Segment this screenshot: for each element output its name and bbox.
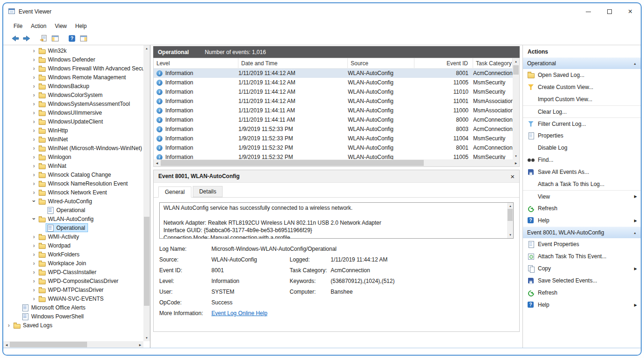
expander-icon[interactable] (30, 82, 38, 90)
scroll-left-icon[interactable]: ◀ (154, 159, 160, 166)
tree-item[interactable]: WPD-ClassInstaller (3, 268, 143, 276)
menu-help[interactable]: Help (71, 21, 91, 31)
expander-icon[interactable] (30, 294, 38, 303)
column-header-source[interactable]: Source (348, 58, 414, 68)
tree-item[interactable]: Workplace Join (3, 259, 143, 268)
event-log-online-help-link[interactable]: Event Log Online Help (211, 310, 290, 317)
back-button[interactable] (9, 33, 21, 44)
event-row[interactable]: Information 1/9/2019 11:52:33 PM WLAN-Au… (154, 134, 513, 143)
expander-icon[interactable] (30, 285, 38, 294)
expander-icon[interactable] (30, 161, 38, 170)
scroll-down-icon[interactable]: ▼ (507, 232, 514, 238)
scrollbar-thumb[interactable] (161, 160, 424, 166)
tree-item[interactable]: WinHttp (3, 126, 143, 135)
tree-item[interactable]: WindowsUpdateClient (3, 117, 143, 126)
expander-icon[interactable] (30, 250, 38, 259)
expander-icon[interactable] (30, 214, 38, 223)
expander-icon[interactable] (14, 303, 21, 312)
expander-icon[interactable] (30, 268, 38, 276)
tree-item[interactable]: Microsoft Office Alerts (3, 303, 143, 312)
tree-item[interactable]: WinINet (Microsoft-Windows-WinINet) (3, 144, 143, 152)
action-item[interactable]: Copy ▶ (523, 262, 641, 275)
expander-icon[interactable] (30, 90, 38, 99)
tree-item[interactable]: WPD-CompositeClassDriver (3, 276, 143, 285)
tree-item[interactable]: Wordpad (3, 241, 143, 250)
expander-icon[interactable] (30, 99, 38, 108)
collapse-icon[interactable]: ▲ (633, 231, 637, 234)
expander-icon[interactable] (5, 321, 13, 330)
menu-file[interactable]: File (9, 21, 27, 31)
action-item[interactable]: Refresh ▶ (523, 287, 641, 299)
expander-icon[interactable] (30, 259, 38, 268)
tree-item[interactable]: Windows Firewall With Advanced Security (3, 64, 143, 73)
expander-icon[interactable] (30, 232, 38, 241)
event-description-box[interactable]: WLAN AutoConfig service has successfully… (159, 202, 514, 239)
scroll-right-icon[interactable]: ▶ (137, 341, 143, 348)
action-item[interactable]: Attach Task To This Event... ▶ (523, 250, 641, 262)
expander-icon[interactable] (30, 241, 38, 250)
event-row[interactable]: Information 1/11/2019 11:44:11 AM WLAN-A… (154, 106, 513, 115)
events-horizontal-scrollbar[interactable]: ◀ ▶ (154, 159, 519, 166)
expander-icon[interactable] (30, 179, 38, 188)
scrollbar-thumb[interactable] (513, 65, 519, 75)
expander-icon[interactable] (30, 135, 38, 144)
event-row[interactable]: Information 1/9/2019 11:52:33 PM WLAN-Au… (154, 124, 513, 134)
event-row[interactable]: Information 1/11/2019 11:44:11 AM WLAN-A… (154, 115, 513, 124)
menu-action[interactable]: Action (27, 21, 50, 31)
expander-icon[interactable] (30, 197, 38, 206)
action-pane-toggle-button[interactable] (78, 33, 89, 44)
tree-item[interactable]: WWAN-SVC-EVENTS (3, 294, 143, 303)
expander-icon[interactable] (30, 73, 38, 82)
menu-view[interactable]: View (51, 21, 71, 31)
tree-item[interactable]: Winsock Network Event (3, 188, 143, 197)
expander-icon[interactable] (14, 312, 21, 321)
tree-item[interactable]: Windows PowerShell (3, 312, 143, 321)
expander-icon[interactable] (30, 64, 38, 73)
tree-item[interactable]: Saved Logs (3, 321, 143, 330)
event-row[interactable]: Information 1/11/2019 11:44:12 AM WLAN-A… (154, 78, 513, 87)
action-item[interactable]: Filter Current Log... ▶ (523, 117, 641, 130)
expander-icon[interactable] (30, 188, 38, 197)
expander-icon[interactable] (39, 206, 46, 214)
tree-item[interactable]: Wired-AutoConfig (3, 197, 143, 206)
tree-item[interactable]: Windows Defender (3, 55, 143, 64)
scrollbar-thumb[interactable] (10, 342, 87, 347)
expander-icon[interactable] (30, 46, 38, 55)
action-item[interactable]: Refresh ▶ (523, 202, 641, 214)
expander-icon[interactable] (39, 223, 46, 232)
action-section-header-event[interactable]: Event 8001, WLAN-AutoConfig ▲ (523, 227, 641, 238)
tree-item[interactable]: Operational (3, 206, 143, 214)
expander-icon[interactable] (30, 55, 38, 64)
tree-item[interactable]: Windows Remote Management (3, 73, 143, 82)
column-header-level[interactable]: Level (154, 58, 238, 68)
event-row[interactable]: Information 1/11/2019 11:44:12 AM WLAN-A… (154, 96, 513, 106)
tab-details[interactable]: Details (193, 186, 223, 197)
minimize-button[interactable] (578, 3, 599, 20)
tree-item[interactable]: WindowsSystemAssessmentTool (3, 99, 143, 108)
event-row[interactable]: Information 1/11/2019 11:44:12 AM WLAN-A… (154, 87, 513, 96)
tree-vertical-scrollbar[interactable]: ▲ ▼ (143, 45, 150, 341)
scrollbar-thumb[interactable] (508, 209, 513, 221)
scroll-up-icon[interactable]: ▲ (143, 45, 150, 52)
maximize-button[interactable] (599, 3, 620, 20)
expander-icon[interactable] (30, 170, 38, 179)
scroll-up-icon[interactable]: ▲ (513, 58, 519, 65)
export-list-button[interactable] (38, 33, 49, 44)
tree-item[interactable]: Operational (3, 223, 143, 232)
action-item[interactable]: Help ▶ (523, 299, 641, 311)
tree-horizontal-scrollbar[interactable]: ◀ ▶ (3, 341, 143, 348)
expander-icon[interactable] (30, 117, 38, 126)
scroll-up-icon[interactable]: ▲ (507, 203, 514, 209)
tree-item[interactable]: WinNat (3, 161, 143, 170)
action-item[interactable]: View ▶ (523, 190, 641, 202)
expander-icon[interactable] (30, 108, 38, 117)
column-header-date[interactable]: Date and Time (238, 58, 348, 68)
console-tree-toggle-button[interactable] (49, 33, 61, 44)
tree-item[interactable]: Win32k (3, 46, 143, 55)
event-row[interactable]: Information 1/9/2019 11:52:32 PM WLAN-Au… (154, 143, 513, 152)
action-item[interactable]: Find... ▶ (523, 154, 641, 166)
action-item[interactable]: Properties ▶ (523, 130, 641, 142)
event-row[interactable]: Information 1/9/2019 11:52:32 PM WLAN-Au… (154, 152, 513, 159)
expander-icon[interactable] (30, 276, 38, 285)
help-toolbar-button[interactable]: ? (66, 33, 78, 44)
